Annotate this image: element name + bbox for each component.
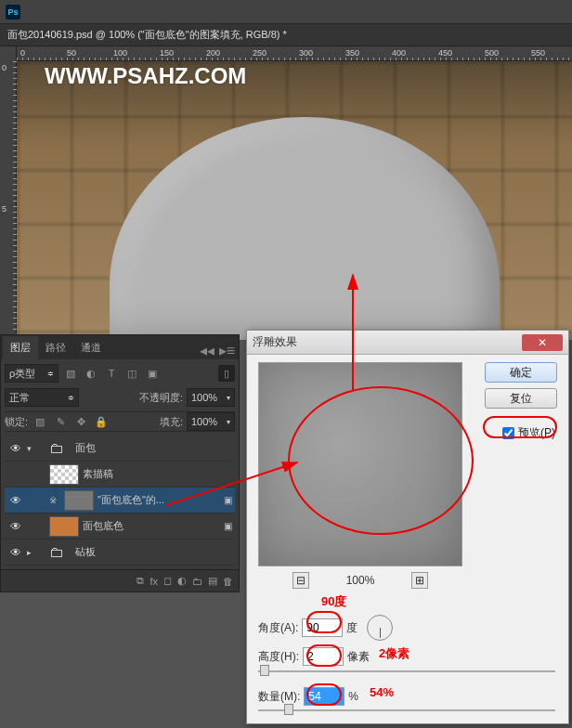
angle-dial[interactable] xyxy=(367,615,393,641)
angle-row: 角度(A): 度 xyxy=(258,615,393,641)
canvas[interactable]: WWW.PSAHZ.COM xyxy=(17,61,572,340)
amount-label: 数量(M): xyxy=(258,689,300,705)
lock-label: 锁定: xyxy=(5,415,28,429)
zoom-in-button[interactable]: ⊞ xyxy=(411,572,428,589)
effect-preview[interactable] xyxy=(258,362,462,566)
layer-thumb xyxy=(49,464,79,485)
layer-group-board[interactable]: 👁 ▸ 🗀 砧板 xyxy=(5,540,235,566)
group-icon[interactable]: 🗀 xyxy=(192,576,202,587)
smart-filter-icon[interactable]: ▣ xyxy=(220,495,235,505)
layer-bread-base[interactable]: 👁 面包底色 ▣ xyxy=(5,514,235,540)
lock-paint-icon[interactable]: ✎ xyxy=(52,413,69,430)
layer-sketch[interactable]: 素描稿 xyxy=(5,462,235,488)
zoom-out-button[interactable]: ⊟ xyxy=(292,572,309,589)
amount-row: 数量(M): % xyxy=(258,687,358,706)
zoom-controls: ⊟ 100% ⊞ xyxy=(258,572,462,589)
panel-menu-icon[interactable]: ◂◂ ▸≡ xyxy=(109,342,239,359)
dialog-titlebar[interactable]: 浮雕效果 ✕ xyxy=(247,331,568,355)
height-row: 高度(H): 像素 xyxy=(258,647,370,666)
document-tab-bar: 面包20140619.psd @ 100% ("面包底色"的图案填充, RGB/… xyxy=(0,24,572,46)
reset-button[interactable]: 复位 xyxy=(485,388,557,409)
mask-icon[interactable]: ◻ xyxy=(163,575,172,587)
preview-check-input[interactable] xyxy=(502,427,514,439)
new-layer-icon[interactable]: ▤ xyxy=(208,575,217,587)
dialog-title: 浮雕效果 xyxy=(253,334,297,350)
emboss-dialog: 浮雕效果 ✕ ⊟ 100% ⊞ 确定 复位 预览(P) 角度(A): 度 高度(… xyxy=(246,330,569,724)
lock-transparent-icon[interactable]: ▨ xyxy=(32,413,48,430)
layer-pattern-fill[interactable]: 👁 ※ "面包底色"的... ▣ xyxy=(5,488,235,514)
filter-kind-dropdown[interactable]: ρ 类型≑ xyxy=(5,364,58,383)
layer-thumb xyxy=(64,490,94,511)
filter-shape-icon[interactable]: ◫ xyxy=(124,365,140,382)
layers-panel-footer: ⧉ fx ◻ ◐ 🗀 ▤ 🗑 xyxy=(1,569,239,592)
tab-paths[interactable]: 路径 xyxy=(38,336,73,359)
amount-slider[interactable] xyxy=(258,708,555,713)
close-icon[interactable]: ✕ xyxy=(522,334,563,351)
visibility-toggle[interactable]: 👁 xyxy=(5,442,27,455)
panel-tabstrip: 图层 路径 通道 ◂◂ ▸≡ xyxy=(1,335,239,359)
height-label: 高度(H): xyxy=(258,649,299,665)
filter-type-icon[interactable]: T xyxy=(103,365,120,382)
layer-thumb xyxy=(49,516,79,537)
filter-smart-icon[interactable]: ▣ xyxy=(144,365,161,382)
tab-channels[interactable]: 通道 xyxy=(73,336,109,359)
layer-list: 👁 ▾ 🗀 面包 素描稿 👁 ※ "面包底色"的... ▣ 👁 xyxy=(5,436,235,566)
lock-all-icon[interactable]: 🔒 xyxy=(93,413,110,430)
visibility-toggle[interactable]: 👁 xyxy=(5,546,27,559)
visibility-toggle[interactable]: 👁 xyxy=(5,520,27,533)
filter-toggle[interactable]: ▯ xyxy=(218,365,235,382)
trash-icon[interactable]: 🗑 xyxy=(223,576,233,587)
filter-pixel-icon[interactable]: ▧ xyxy=(62,365,79,382)
adjustment-icon[interactable]: ◐ xyxy=(177,575,187,587)
folder-icon: 🗀 xyxy=(42,438,72,459)
folder-toggle[interactable]: ▾ xyxy=(27,444,38,453)
lock-move-icon[interactable]: ✥ xyxy=(72,413,89,430)
height-input[interactable] xyxy=(303,647,344,666)
watermark-text: WWW.PSAHZ.COM xyxy=(45,63,246,89)
angle-input[interactable] xyxy=(302,618,343,637)
opacity-input[interactable]: 100%▾ xyxy=(187,388,235,407)
fill-label: 填充: xyxy=(160,415,183,429)
visibility-toggle[interactable]: 👁 xyxy=(5,494,27,507)
fill-input[interactable]: 100%▾ xyxy=(187,412,235,431)
ruler-vertical: 0 5 10 xyxy=(0,46,17,362)
amount-unit: % xyxy=(348,690,358,703)
amount-input[interactable] xyxy=(304,687,344,706)
app-title-bar: Ps xyxy=(0,0,572,24)
opacity-label: 不透明度: xyxy=(139,391,183,405)
folder-toggle[interactable]: ▸ xyxy=(27,548,38,557)
fx-icon[interactable]: fx xyxy=(150,576,158,587)
blend-mode-dropdown[interactable]: 正常≑ xyxy=(5,388,79,407)
link-icon: ※ xyxy=(46,495,60,505)
tab-layers[interactable]: 图层 xyxy=(3,336,38,359)
angle-unit: 度 xyxy=(346,620,358,636)
ruler-horizontal: 0 50 100 150 200 250 300 350 400 450 500… xyxy=(17,46,572,61)
height-slider[interactable] xyxy=(258,669,555,674)
ps-app-icon: Ps xyxy=(6,5,20,20)
layers-panel: 图层 路径 通道 ◂◂ ▸≡ ρ 类型≑ ▧ ◐ T ◫ ▣ ▯ 正常≑ 不透明… xyxy=(0,334,240,592)
folder-icon: 🗀 xyxy=(42,542,72,563)
link-layers-icon[interactable]: ⧉ xyxy=(136,575,144,587)
preview-checkbox[interactable]: 预览(P) xyxy=(502,425,555,441)
angle-label: 角度(A): xyxy=(258,620,298,636)
ok-button[interactable]: 确定 xyxy=(485,362,557,383)
document-tab[interactable]: 面包20140619.psd @ 100% ("面包底色"的图案填充, RGB/… xyxy=(7,28,287,42)
smart-filter-icon[interactable]: ▣ xyxy=(220,521,235,531)
filter-adjust-icon[interactable]: ◐ xyxy=(83,365,99,382)
zoom-value: 100% xyxy=(346,574,375,587)
height-unit: 像素 xyxy=(347,649,370,665)
layer-group-bread[interactable]: 👁 ▾ 🗀 面包 xyxy=(5,436,235,462)
